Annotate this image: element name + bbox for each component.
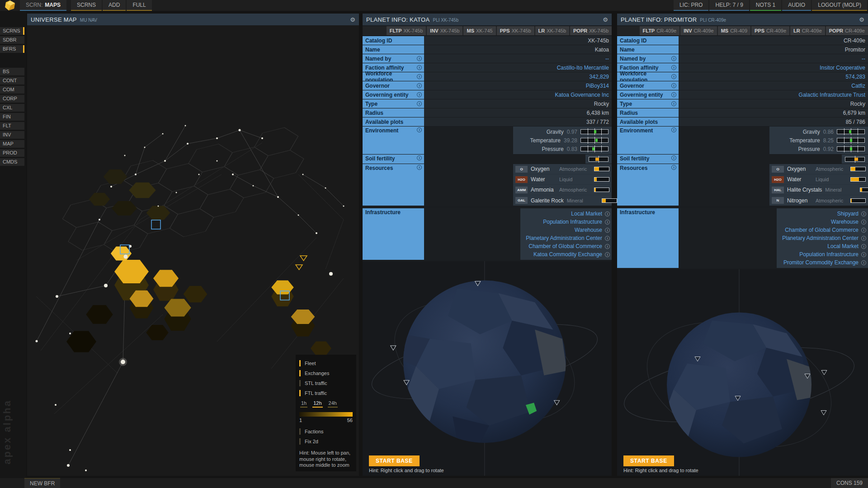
info-icon[interactable] [417, 56, 422, 61]
tab-fltp[interactable]: FLTPCR-409e [640, 26, 680, 35]
tab-ms[interactable]: MSCR-409 [718, 26, 750, 35]
sidebar-item-inv[interactable]: INV [0, 131, 24, 139]
universe-map-canvas[interactable]: Fleet Exchanges STL traffic FTL traffic … [27, 25, 359, 476]
info-icon[interactable] [671, 56, 676, 61]
planet-3d-view[interactable]: START BASE Hint: Right click and drag to… [363, 261, 612, 476]
start-base-button[interactable]: START BASE [369, 455, 420, 466]
sidebar-item-flt[interactable]: FLT [0, 122, 24, 130]
apex-watermark: apex alpha [1, 399, 13, 465]
info-icon[interactable] [417, 65, 422, 70]
sidebar-item-scrns[interactable]: SCRNS [0, 27, 24, 35]
logout-button[interactable]: LOGOUT (MOLP) [812, 0, 867, 11]
governor-link[interactable]: PiBoy314 [586, 83, 609, 89]
info-icon[interactable] [671, 127, 676, 132]
info-icon[interactable] [861, 236, 866, 241]
sidebar-item-cont[interactable]: CONT [0, 77, 24, 84]
gear-icon[interactable]: ⚙ [859, 16, 864, 23]
tab-ms[interactable]: MSXK-745 [463, 26, 495, 35]
infrastructure-row: Population Infrastructure [522, 218, 610, 226]
screens-button[interactable]: SCRNS [71, 0, 102, 11]
resource-row: GALGalerite RockMineral [513, 195, 612, 206]
info-icon[interactable] [605, 236, 610, 241]
info-icon[interactable] [417, 127, 422, 132]
tab-pps[interactable]: PPSCR-409e [751, 26, 789, 35]
tab-inv[interactable]: INVXK-745b [427, 26, 462, 35]
tab-pps[interactable]: PPSXK-745b [497, 26, 534, 35]
planet-table: Catalog IDCR-409e NamePromitor Named by-… [617, 36, 868, 268]
info-icon[interactable] [417, 74, 422, 79]
sidebar-item-prod[interactable]: PROD [0, 149, 24, 157]
console-status[interactable]: CONS 159 [831, 478, 868, 488]
info-icon[interactable] [861, 260, 866, 265]
faction-link[interactable]: Castillo-Ito Mercantile [557, 65, 609, 71]
sidebar-item-fin[interactable]: FIN [0, 113, 24, 121]
tab-popr[interactable]: POPRCR-409e [826, 26, 868, 35]
info-icon[interactable] [417, 155, 422, 160]
audio-button[interactable]: AUDIO [782, 0, 811, 11]
info-icon[interactable] [605, 220, 610, 225]
pressure-gauge [580, 146, 609, 151]
sidebar-item-bfrs[interactable]: BFRS [0, 45, 24, 53]
sidebar-item-corp[interactable]: CORP [0, 95, 24, 103]
info-icon[interactable] [417, 83, 422, 88]
infrastructure-row: Planetary Administration Center [522, 234, 610, 242]
license-button[interactable]: LIC: PRO [674, 0, 708, 11]
info-icon[interactable] [605, 211, 610, 216]
add-button[interactable]: ADD [103, 0, 126, 11]
legend-toggle-fleet[interactable]: Fleet [299, 358, 353, 368]
gravity-gauge [580, 129, 609, 134]
info-icon[interactable] [417, 101, 422, 106]
tab-fltp[interactable]: FLTPXK-745b [387, 26, 426, 35]
legend-toggle-ftl-traffic[interactable]: FTL traffic [299, 388, 353, 398]
sidebar-item-com[interactable]: COM [0, 86, 24, 94]
population-link[interactable]: 342,829 [590, 74, 609, 80]
new-buffer-button[interactable]: NEW BFR [24, 478, 60, 488]
info-icon[interactable] [417, 165, 422, 170]
time-filter-24h[interactable]: 24h [328, 400, 338, 408]
info-icon[interactable] [671, 155, 676, 160]
governing-entity-link[interactable]: Katoa Governance Inc [555, 92, 609, 98]
info-icon[interactable] [417, 92, 422, 97]
sidebar-item-cxl[interactable]: CXL [0, 104, 24, 112]
info-icon[interactable] [605, 244, 610, 249]
gear-icon[interactable]: ⚙ [350, 16, 355, 23]
current-screen[interactable]: SCRN: MAPS [20, 0, 66, 11]
info-icon[interactable] [671, 65, 676, 70]
info-icon[interactable] [861, 244, 866, 249]
tab-popr[interactable]: POPRXK-745b [570, 26, 612, 35]
legend-toggle-fix-2d[interactable]: Fix 2d [299, 436, 353, 446]
help-button[interactable]: HELP: 7 / 9 [709, 0, 749, 11]
legend-toggle-stl-traffic[interactable]: STL traffic [299, 378, 353, 388]
sidebar-item-map[interactable]: MAP [0, 140, 24, 148]
sidebar-item-bs[interactable]: BS [0, 68, 24, 75]
start-base-button[interactable]: START BASE [623, 455, 674, 466]
time-filter-12h[interactable]: 12h [312, 400, 322, 408]
legend-toggle-factions[interactable]: Factions [299, 427, 353, 436]
governing-entity-link[interactable]: Galactic Infrastructure Trust [799, 92, 865, 98]
full-button[interactable]: FULL [127, 0, 151, 11]
info-icon[interactable] [861, 228, 866, 233]
info-icon[interactable] [605, 228, 610, 233]
info-icon[interactable] [861, 220, 866, 225]
info-icon[interactable] [671, 165, 676, 170]
legend-toggle-exchanges[interactable]: Exchanges [299, 368, 353, 378]
info-icon[interactable] [605, 252, 610, 257]
sidebar-item-cmds[interactable]: CMDS [0, 158, 24, 166]
info-icon[interactable] [861, 252, 866, 257]
info-icon[interactable] [671, 101, 676, 106]
faction-link[interactable]: Insitor Cooperative [820, 65, 865, 71]
tab-lr[interactable]: LRXK-745b [535, 26, 569, 35]
gear-icon[interactable]: ⚙ [603, 16, 608, 23]
info-icon[interactable] [671, 92, 676, 97]
info-icon[interactable] [671, 74, 676, 79]
tab-inv[interactable]: INVCR-409e [680, 26, 717, 35]
sidebar-item-sdbr[interactable]: SDBR [0, 36, 24, 44]
tab-lr[interactable]: LRCR-409e [790, 26, 825, 35]
governor-link[interactable]: Catfiz [851, 83, 865, 89]
planet-3d-view[interactable]: START BASE Hint: Right click and drag to… [617, 269, 868, 476]
info-icon[interactable] [861, 211, 866, 216]
info-icon[interactable] [671, 83, 676, 88]
population-link[interactable]: 574,283 [846, 74, 865, 80]
notifications-button[interactable]: NOTS 1 [750, 0, 781, 11]
time-filter-1h[interactable]: 1h [300, 400, 307, 408]
